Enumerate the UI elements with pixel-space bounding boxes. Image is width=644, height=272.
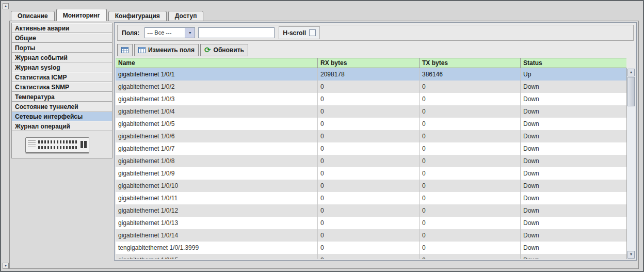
- table-grid-icon: [121, 47, 128, 53]
- app-window: ▲ ▼ Описание Мониторинг Конфигурация Дос…: [0, 0, 644, 272]
- cell-status: Down: [521, 142, 626, 155]
- table-row[interactable]: gigabitethernet 1/0/5 0 0 Down: [116, 118, 626, 130]
- sidebar-item[interactable]: Общие: [12, 33, 112, 43]
- table-row[interactable]: gigabitethernet 1/0/11 0 0 Down: [116, 192, 626, 204]
- column-header[interactable]: Name: [116, 58, 318, 68]
- sidebar-item[interactable]: Сетевые интерфейсы: [12, 111, 112, 121]
- cell-tx-bytes: 0: [420, 93, 521, 105]
- monitoring-tab-pane: Активные аварии Общие Порты Журнал событ…: [9, 21, 639, 269]
- cell-rx-bytes: 0: [318, 254, 420, 259]
- scrollbar-thumb[interactable]: [627, 77, 635, 106]
- cell-rx-bytes: 0: [318, 242, 420, 254]
- window-vertical-scrollbar[interactable]: ▲ ▼: [2, 2, 9, 270]
- edit-fields-button[interactable]: Изменить поля: [134, 44, 199, 56]
- cell-status: Down: [521, 118, 626, 130]
- table-row[interactable]: gigabitethernet 1/0/13 0 0 Down: [116, 217, 626, 229]
- actions-toolbar: Изменить поля ⟳ Обновить: [117, 43, 248, 56]
- table-row[interactable]: gigabitethernet 1/0/12 0 0 Down: [116, 204, 626, 217]
- table-vertical-scrollbar[interactable]: ▲ ▼: [626, 68, 635, 259]
- table-row[interactable]: gigabitethernet 1/0/7 0 0 Down: [116, 142, 626, 155]
- refresh-button[interactable]: ⟳ Обновить: [200, 44, 248, 56]
- table-row[interactable]: gigabitethernet 1/0/8 0 0 Down: [116, 155, 626, 167]
- sidebar-item[interactable]: Активные аварии: [12, 23, 112, 33]
- table-row[interactable]: gigabitethernet 1/0/6 0 0 Down: [116, 130, 626, 142]
- filter-input[interactable]: [198, 27, 275, 38]
- cell-name: gigabitethernet 1/0/1: [116, 68, 318, 81]
- cell-tx-bytes: 0: [420, 105, 521, 118]
- scroll-up-icon[interactable]: ▲: [627, 69, 635, 76]
- cell-rx-bytes: 0: [318, 217, 420, 229]
- table-row[interactable]: gigabitethernet 1/0/2 0 0 Down: [116, 81, 626, 93]
- table-main: Name RX bytes TX bytes: [116, 58, 626, 259]
- sidebar-item[interactable]: Журнал syslog: [12, 62, 112, 72]
- hscroll-group: H-scroll: [279, 26, 320, 39]
- cell-status: Down: [521, 229, 626, 242]
- table-row[interactable]: gigabitethernet 1/0/14 0 0 Down: [116, 229, 626, 242]
- cell-rx-bytes: 0: [318, 130, 420, 142]
- scroll-up-icon[interactable]: ▲: [3, 3, 9, 9]
- sidebar-item[interactable]: Журнал операций: [12, 121, 112, 131]
- hscroll-checkbox[interactable]: [309, 29, 316, 36]
- sidebar-item[interactable]: Статистика SNMP: [12, 82, 112, 92]
- column-header[interactable]: RX bytes: [318, 58, 420, 68]
- cell-status: Down: [521, 217, 626, 229]
- cell-name: gigabitethernet 1/0/11: [116, 192, 318, 204]
- cell-status: Down: [521, 130, 626, 142]
- cell-status: Down: [521, 93, 626, 105]
- switch-ports-row: [38, 140, 78, 143]
- tab[interactable]: Описание: [11, 11, 55, 21]
- column-header-label: RX bytes: [320, 59, 347, 67]
- edit-fields-icon: [138, 47, 146, 53]
- refresh-label: Обновить: [214, 46, 244, 54]
- sidebar-item-label: Общие: [15, 35, 36, 42]
- column-header[interactable]: Status: [521, 58, 626, 68]
- sidebar-item[interactable]: Журнал событий: [12, 53, 112, 62]
- sidebar-item-label: Порты: [15, 44, 35, 52]
- sidebar-item-label: Температура: [15, 93, 55, 101]
- table-row[interactable]: gigabitethernet 1/0/15 0 0 Down: [116, 254, 626, 259]
- scroll-down-icon[interactable]: ▼: [627, 251, 635, 259]
- cell-tx-bytes: 0: [420, 192, 521, 204]
- tab-label: Конфигурация: [115, 12, 160, 20]
- cell-status: Down: [521, 180, 626, 192]
- cell-name: gigabitethernet 1/0/14: [116, 229, 318, 242]
- sidebar-item[interactable]: Температура: [12, 92, 112, 102]
- cell-rx-bytes: 0: [318, 180, 420, 192]
- table-row[interactable]: gigabitethernet 1/0/3 0 0 Down: [116, 93, 626, 105]
- sidebar-item[interactable]: Состояние туннелей: [12, 102, 112, 111]
- fields-dropdown-value: --- Все ---: [145, 28, 185, 38]
- sidebar-item-label: Состояние туннелей: [15, 103, 78, 110]
- chevron-down-icon[interactable]: ▼: [185, 28, 195, 38]
- cell-tx-bytes: 0: [420, 130, 521, 142]
- column-header-label: TX bytes: [422, 59, 448, 67]
- hscroll-label: H-scroll: [283, 29, 306, 37]
- cell-status: Down: [521, 155, 626, 167]
- table-row[interactable]: gigabitethernet 1/0/1 2098178 386146 Up: [116, 68, 626, 81]
- table-row[interactable]: gigabitethernet 1/0/4 0 0 Down: [116, 105, 626, 118]
- table-header-row: Name RX bytes TX bytes: [116, 58, 626, 68]
- tab-label: Мониторинг: [63, 12, 100, 19]
- table-row[interactable]: gigabitethernet 1/0/10 0 0 Down: [116, 180, 626, 192]
- cell-status: Down: [521, 192, 626, 204]
- cell-name: gigabitethernet 1/0/10: [116, 180, 318, 192]
- tab[interactable]: Конфигурация: [108, 11, 167, 21]
- sidebar-item[interactable]: Порты: [12, 43, 112, 53]
- sidebar-item-label: Журнал событий: [15, 54, 68, 61]
- fields-dropdown[interactable]: --- Все --- ▼: [144, 27, 195, 38]
- sidebar-item[interactable]: Статистика ICMP: [12, 72, 112, 82]
- tab[interactable]: Доступ: [168, 11, 204, 21]
- cell-rx-bytes: 0: [318, 229, 420, 242]
- cell-rx-bytes: 0: [318, 105, 420, 118]
- sidebar-item-label: Активные аварии: [15, 25, 69, 32]
- table-row[interactable]: tengigabitethernet 1/0/1.3999 0 0 Down: [116, 242, 626, 254]
- cell-rx-bytes: 0: [318, 167, 420, 180]
- table-row[interactable]: gigabitethernet 1/0/9 0 0 Down: [116, 167, 626, 180]
- cell-name: tengigabitethernet 1/0/1.3999: [116, 242, 318, 254]
- column-header[interactable]: TX bytes: [420, 58, 521, 68]
- cell-rx-bytes: 0: [318, 204, 420, 217]
- tab[interactable]: Мониторинг: [56, 9, 107, 21]
- switch-label-area: [28, 140, 36, 149]
- table-view-button[interactable]: [117, 44, 133, 56]
- cell-name: gigabitethernet 1/0/3: [116, 93, 318, 105]
- scroll-down-icon[interactable]: ▼: [3, 263, 9, 269]
